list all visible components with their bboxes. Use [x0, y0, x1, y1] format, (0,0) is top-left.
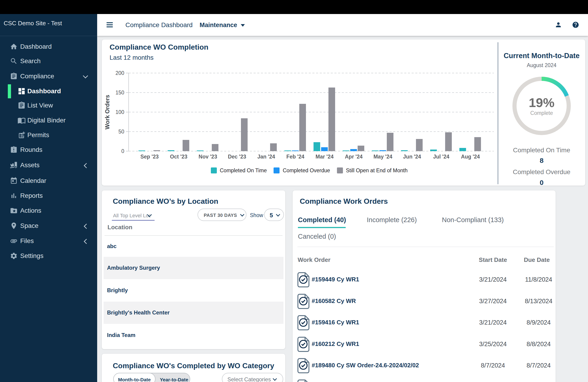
svg-text:Jul '24: Jul '24 [433, 154, 449, 160]
svg-text:150: 150 [116, 90, 124, 96]
svg-text:May '24: May '24 [374, 154, 392, 160]
svg-text:August 2024: August 2024 [527, 62, 556, 68]
svg-text:Jun '24: Jun '24 [403, 154, 421, 160]
svg-text:Mar '24: Mar '24 [315, 154, 334, 160]
svg-text:Jan '24: Jan '24 [257, 154, 275, 160]
svg-text:Oct '23: Oct '23 [170, 154, 188, 160]
svg-text:Work Orders: Work Orders [104, 95, 110, 129]
svg-text:Dec '23: Dec '23 [228, 154, 246, 160]
svg-text:Nov '23: Nov '23 [199, 154, 217, 160]
svg-text:200: 200 [116, 70, 124, 76]
svg-text:Still Open at End of Month: Still Open at End of Month [346, 168, 408, 173]
svg-text:Sep '23: Sep '23 [140, 154, 159, 160]
svg-text:8: 8 [540, 157, 544, 164]
svg-text:Completed On Time: Completed On Time [220, 168, 267, 173]
svg-text:Apr '24: Apr '24 [345, 154, 362, 160]
svg-text:Complete: Complete [530, 110, 553, 116]
svg-text:19%: 19% [529, 95, 554, 110]
svg-text:Aug '24: Aug '24 [461, 154, 480, 160]
svg-text:Completed Overdue: Completed Overdue [283, 168, 330, 173]
svg-text:Completed Overdue: Completed Overdue [513, 168, 570, 175]
svg-text:50: 50 [118, 129, 124, 135]
svg-text:Feb '24: Feb '24 [286, 154, 305, 160]
svg-text:Completed On Time: Completed On Time [513, 147, 570, 154]
svg-text:0: 0 [540, 179, 544, 186]
svg-text:0: 0 [121, 148, 124, 154]
svg-text:100: 100 [116, 109, 124, 115]
svg-text:Current Month-to-Date: Current Month-to-Date [504, 52, 580, 60]
